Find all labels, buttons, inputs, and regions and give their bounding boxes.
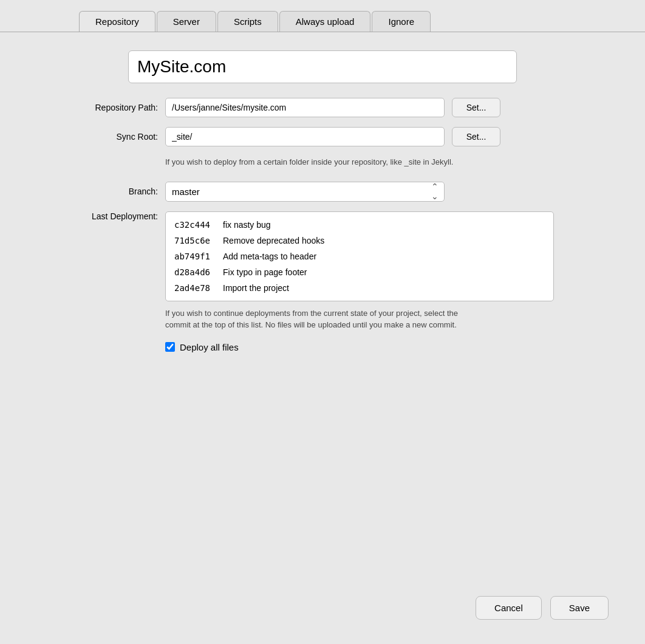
dialog: Repository Server Scripts Always upload … bbox=[0, 0, 645, 644]
deploy-all-files-row: Deploy all files bbox=[165, 342, 609, 352]
table-row[interactable]: c32c444fix nasty bug bbox=[166, 217, 553, 233]
repo-path-row: Repository Path: Set... bbox=[36, 98, 609, 117]
commit-hash: c32c444 bbox=[174, 220, 223, 230]
commit-message: fix nasty bug bbox=[223, 220, 271, 230]
deployment-hint: If you wish to continue deployments from… bbox=[165, 307, 469, 331]
site-name-row bbox=[36, 50, 609, 83]
sync-root-hint: If you wish to deploy from a certain fol… bbox=[165, 156, 469, 168]
repo-path-set-button[interactable]: Set... bbox=[452, 98, 500, 117]
commit-message: Fix typo in page footer bbox=[223, 267, 307, 277]
sync-root-row: Sync Root: Set... bbox=[36, 127, 609, 146]
site-name-input[interactable] bbox=[128, 50, 517, 83]
tab-server[interactable]: Server bbox=[157, 11, 216, 32]
commit-hash: d28a4d6 bbox=[174, 267, 223, 277]
commit-hash: 2ad4e78 bbox=[174, 283, 223, 293]
commit-message: Add meta-tags to header bbox=[223, 252, 316, 261]
sync-root-set-button[interactable]: Set... bbox=[452, 127, 500, 146]
tab-ignore[interactable]: Ignore bbox=[372, 11, 431, 32]
deployment-list: c32c444fix nasty bug71d5c6eRemove deprec… bbox=[165, 211, 554, 301]
repo-path-label: Repository Path: bbox=[36, 103, 158, 112]
branch-row: Branch: master main develop gh-pages ⌃⌄ bbox=[36, 182, 609, 202]
bottom-bar: Cancel Save bbox=[0, 596, 645, 644]
tab-repository[interactable]: Repository bbox=[79, 11, 155, 32]
deploy-all-files-label: Deploy all files bbox=[180, 342, 239, 352]
table-row[interactable]: ab749f1Add meta-tags to header bbox=[166, 248, 553, 264]
tab-always-upload[interactable]: Always upload bbox=[279, 11, 371, 32]
table-row[interactable]: 71d5c6eRemove deprecated hooks bbox=[166, 233, 553, 248]
commit-hash: 71d5c6e bbox=[174, 236, 223, 245]
repo-path-input[interactable] bbox=[165, 98, 445, 117]
tab-scripts[interactable]: Scripts bbox=[217, 11, 278, 32]
deploy-all-files-checkbox[interactable] bbox=[165, 342, 175, 352]
tab-bar: Repository Server Scripts Always upload … bbox=[0, 0, 645, 32]
branch-select-wrap: master main develop gh-pages ⌃⌄ bbox=[165, 182, 445, 202]
commit-hash: ab749f1 bbox=[174, 252, 223, 261]
last-deployment-label: Last Deployment: bbox=[36, 211, 158, 221]
commit-message: Remove deprecated hooks bbox=[223, 236, 324, 245]
branch-select[interactable]: master main develop gh-pages bbox=[165, 182, 445, 202]
sync-root-input[interactable] bbox=[165, 127, 445, 146]
tab-content-repository: Repository Path: Set... Sync Root: Set..… bbox=[0, 32, 645, 596]
sync-root-label: Sync Root: bbox=[36, 132, 158, 142]
last-deployment-row: Last Deployment: c32c444fix nasty bug71d… bbox=[36, 211, 609, 301]
branch-label: Branch: bbox=[36, 187, 158, 196]
commit-message: Import the project bbox=[223, 283, 289, 293]
cancel-button[interactable]: Cancel bbox=[476, 596, 542, 620]
save-button[interactable]: Save bbox=[550, 596, 609, 620]
table-row[interactable]: d28a4d6Fix typo in page footer bbox=[166, 264, 553, 280]
table-row[interactable]: 2ad4e78Import the project bbox=[166, 280, 553, 296]
